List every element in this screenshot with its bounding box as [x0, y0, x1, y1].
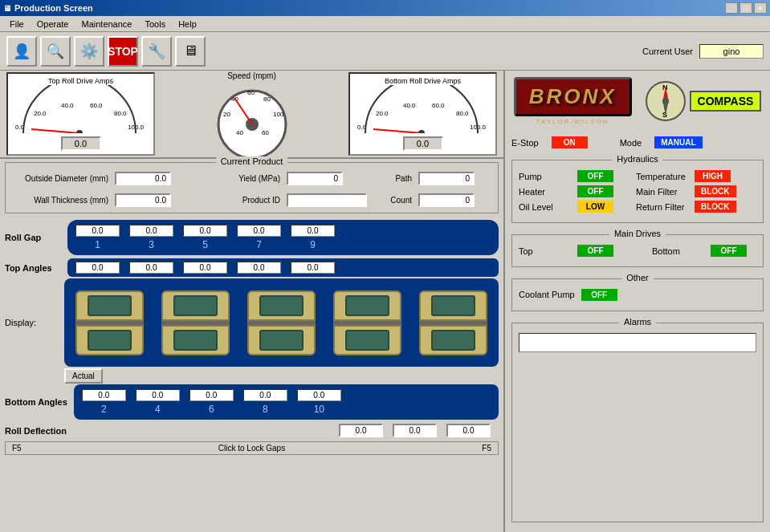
roll-gap-3[interactable]	[129, 225, 173, 237]
settings-button[interactable]: ⚙️	[74, 36, 104, 67]
top-roll-gauge-svg: 0.0 20.0 40.0 60.0 80.0 100.0	[11, 85, 148, 133]
outside-diameter-input[interactable]	[115, 172, 171, 185]
right-panel: BRONX TAYLOR-WILSON N S COMPASS	[505, 71, 770, 532]
stop-button[interactable]: STOP	[108, 36, 138, 67]
bottom-angle-8[interactable]	[243, 389, 287, 401]
heater-label: Heater	[519, 187, 571, 197]
wall-thickness-input[interactable]	[115, 193, 171, 207]
roll-gap-7[interactable]	[237, 225, 281, 237]
roll-deflection-9[interactable]	[446, 424, 491, 437]
bottom-roll-gauge: Bottom Roll Drive Amps 0.0 20.0 40.0 60.…	[348, 72, 497, 156]
person-button[interactable]: 👤	[6, 36, 37, 67]
bottom-angles-inputs-row	[82, 389, 491, 401]
temperature-button[interactable]: HIGH	[695, 170, 731, 182]
bottom-drive-label: Bottom	[652, 246, 704, 256]
f5-center: Click to Lock Gaps	[218, 444, 285, 453]
svg-text:20.0: 20.0	[376, 110, 389, 117]
menu-operate[interactable]: Operate	[31, 18, 75, 30]
compass-svg: N S	[645, 80, 686, 122]
roll-visual-5	[419, 290, 487, 355]
svg-text:80: 80	[263, 95, 271, 103]
main-filter-button[interactable]: BLOCK	[695, 185, 736, 197]
oil-level-row: Oil Level LOW Return Filter BLOCK	[519, 201, 756, 213]
top-angle-9[interactable]	[291, 262, 335, 274]
menu-maintenance[interactable]: Maintenance	[75, 18, 138, 30]
outside-diameter-label: Outside Diameter (mm)	[12, 174, 108, 183]
logo-area: BRONX TAYLOR-WILSON N S COMPASS	[511, 77, 764, 125]
coolant-pump-button[interactable]: OFF	[581, 289, 617, 301]
top-angle-3[interactable]	[129, 262, 173, 274]
oil-level-button[interactable]: LOW	[577, 201, 613, 213]
svg-text:100: 100	[273, 111, 284, 118]
menu-file[interactable]: File	[3, 18, 31, 30]
current-user-input[interactable]	[699, 44, 764, 59]
roll-num-10: 10	[297, 404, 341, 415]
window-title: Production Screen	[14, 3, 93, 13]
bottom-angle-2[interactable]	[82, 389, 126, 401]
bronx-sub: TAYLOR-WILSON	[536, 118, 609, 125]
roll-gap-5[interactable]	[183, 225, 227, 237]
mode-label: Mode	[620, 138, 642, 148]
svg-line-24	[373, 129, 422, 133]
heater-button[interactable]: OFF	[577, 185, 613, 197]
coolant-pump-row: Coolant Pump OFF	[519, 289, 756, 301]
path-row: Path	[380, 172, 475, 185]
top-roll-value: 0.0	[61, 136, 101, 151]
bottom-angle-6[interactable]	[189, 389, 234, 401]
roll-num-9: 9	[291, 239, 335, 250]
minimize-button[interactable]: _	[725, 2, 738, 14]
roll-visual-1	[75, 290, 144, 355]
roll-deflection-5[interactable]	[339, 424, 383, 437]
speed-gauge-svg: 20 40 60 80 100 40 60	[212, 80, 292, 156]
f5-bar: F5 Click to Lock Gaps F5	[5, 441, 499, 455]
pump-row: Pump OFF Temperature HIGH	[519, 170, 756, 182]
menu-tools[interactable]: Tools	[138, 18, 172, 30]
roll-visual-2	[161, 290, 230, 355]
svg-text:60: 60	[247, 89, 255, 96]
roll-deflection-7[interactable]	[393, 424, 437, 437]
main-drives-title: Main Drives	[609, 229, 666, 238]
mode-button[interactable]: MANUAL	[654, 136, 702, 148]
bottom-drive-button[interactable]: OFF	[711, 245, 747, 257]
svg-line-6	[31, 129, 79, 133]
return-filter-button[interactable]: BLOCK	[695, 201, 736, 213]
path-input[interactable]	[418, 172, 475, 185]
bottom-roll-numbers-row: 2 4 6 8 10	[82, 404, 491, 415]
top-angle-5[interactable]	[183, 262, 227, 274]
roll-visual-3	[247, 290, 316, 355]
monitor-button[interactable]: 🖥	[175, 36, 206, 67]
svg-text:60.0: 60.0	[432, 102, 445, 109]
roll-num-3: 3	[129, 239, 173, 250]
yield-input[interactable]	[287, 172, 343, 185]
maximize-button[interactable]: □	[739, 2, 752, 14]
bottom-angle-10[interactable]	[297, 389, 341, 401]
tools-button[interactable]: 🔧	[141, 36, 172, 67]
actual-button[interactable]: Actual	[64, 368, 103, 384]
alarms-input[interactable]	[519, 333, 756, 352]
roll-gap-9[interactable]	[291, 225, 335, 237]
svg-text:20.0: 20.0	[34, 110, 47, 117]
roll-gap-1[interactable]	[75, 225, 120, 237]
estop-button[interactable]: ON	[552, 136, 588, 148]
bottom-roll-title: Bottom Roll Drive Amps	[353, 77, 492, 85]
bronx-logo-container: BRONX TAYLOR-WILSON	[514, 77, 632, 125]
top-angles-panel	[67, 258, 499, 277]
close-button[interactable]: ×	[754, 2, 767, 14]
wall-thickness-label: Wall Thickness (mm)	[12, 196, 108, 205]
svg-text:40: 40	[236, 129, 243, 136]
product-id-input[interactable]	[287, 193, 367, 207]
user-section: Current User	[642, 44, 764, 59]
menu-help[interactable]: Help	[172, 18, 203, 30]
pump-button[interactable]: OFF	[577, 170, 613, 182]
bottom-angle-4[interactable]	[136, 389, 180, 401]
top-drive-button[interactable]: OFF	[577, 245, 613, 257]
main-drives-section: Main Drives Top OFF Bottom OFF	[511, 234, 764, 267]
left-panel: Top Roll Drive Amps 0.0 20.0 40.0 60.0 8…	[0, 71, 505, 532]
pump-label: Pump	[519, 172, 571, 181]
search-button[interactable]: 🔍	[40, 36, 71, 67]
roll-deflection-inputs-row	[81, 424, 491, 437]
top-angle-1[interactable]	[75, 262, 120, 274]
bronx-logo: BRONX	[514, 77, 632, 116]
top-angle-7[interactable]	[237, 262, 281, 274]
count-input[interactable]	[418, 193, 475, 207]
